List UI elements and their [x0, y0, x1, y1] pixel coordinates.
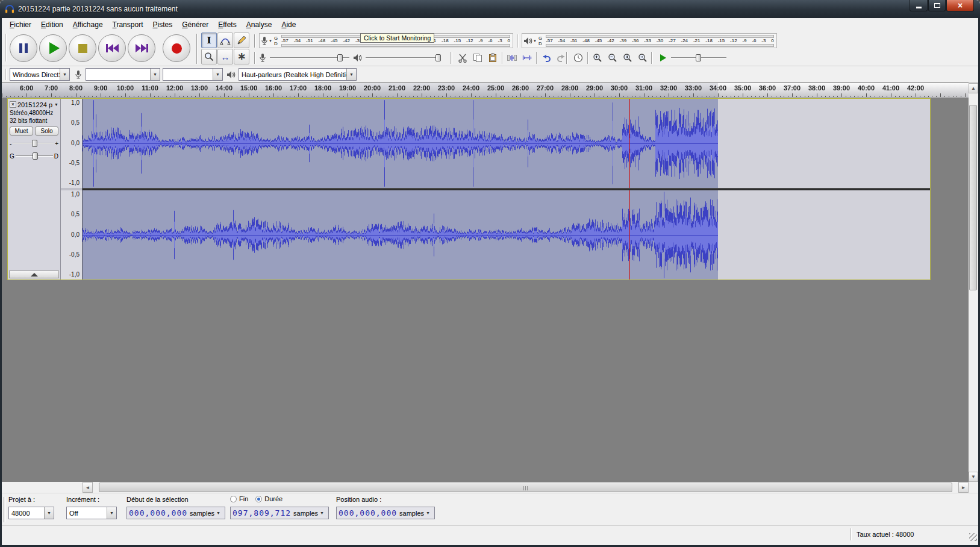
- horizontal-scroll-track[interactable]: [93, 482, 958, 493]
- selection-length-unit-arrow-icon[interactable]: ▼: [320, 511, 324, 515]
- pan-slider-thumb[interactable]: [33, 152, 38, 160]
- copy-button[interactable]: [470, 51, 485, 65]
- selection-start-field[interactable]: 000,000,000 samples ▼: [126, 507, 225, 519]
- gain-slider-thumb[interactable]: [32, 140, 37, 147]
- selection-tool-button[interactable]: I: [201, 33, 217, 48]
- audio-position-unit-arrow-icon[interactable]: ▼: [426, 511, 430, 515]
- play-at-speed-button[interactable]: [656, 51, 670, 65]
- track-menu-arrow-icon[interactable]: ▼: [54, 102, 58, 107]
- stop-button[interactable]: [69, 34, 96, 62]
- end-radio-dot[interactable]: [230, 496, 237, 502]
- menu-edition[interactable]: Edition: [36, 19, 68, 31]
- pause-button[interactable]: [10, 34, 37, 62]
- audio-position-field[interactable]: 000,000,000 samples ▼: [336, 507, 435, 519]
- menu-analyse[interactable]: Analyse: [242, 19, 277, 31]
- menu-pistes[interactable]: Pistes: [148, 19, 177, 31]
- zoom-in-button[interactable]: [590, 51, 605, 65]
- playback-meter[interactable]: ▼ GD -57-54-51-48-45-42-39-36-33-30-27-2…: [522, 33, 777, 48]
- fit-project-button[interactable]: [635, 51, 650, 65]
- zoom-toolbar-grip[interactable]: [566, 52, 568, 64]
- menu-fichier[interactable]: Fichier: [5, 19, 36, 31]
- maximize-button[interactable]: [928, 0, 946, 11]
- sync-lock-button[interactable]: [571, 51, 585, 65]
- vertical-scrollbar[interactable]: ▲ ▼: [969, 83, 978, 482]
- length-radio[interactable]: Durée: [255, 495, 282, 502]
- track-close-icon[interactable]: ×: [10, 101, 16, 108]
- transcription-toolbar-grip[interactable]: [651, 52, 653, 64]
- solo-button[interactable]: Solo: [35, 127, 58, 136]
- scroll-down-arrow-icon[interactable]: ▼: [969, 472, 978, 482]
- recording-device-combo[interactable]: ▼: [86, 68, 160, 81]
- playback-device-combo-arrow-icon[interactable]: ▼: [346, 69, 356, 80]
- timeshift-tool-button[interactable]: ↔: [217, 49, 233, 64]
- end-radio[interactable]: Fin: [230, 495, 248, 502]
- mute-button[interactable]: Muet: [10, 127, 33, 136]
- playback-meter-menu-icon[interactable]: ▼: [533, 39, 537, 43]
- horizontal-scrollbar[interactable]: ◄ ►: [83, 482, 969, 493]
- zoom-tool-button[interactable]: [201, 49, 217, 64]
- menu-generer[interactable]: Générer: [177, 19, 213, 31]
- cut-button[interactable]: [455, 51, 470, 65]
- skip-to-end-button[interactable]: [128, 34, 155, 62]
- output-volume-slider[interactable]: [366, 53, 439, 63]
- fit-selection-button[interactable]: [620, 51, 635, 65]
- menu-aide[interactable]: Aide: [276, 19, 301, 31]
- selection-length-digits[interactable]: 097,809,712: [233, 508, 291, 517]
- horizontal-scroll-thumb[interactable]: [99, 483, 952, 492]
- recording-channels-combo-arrow-icon[interactable]: ▼: [213, 69, 222, 80]
- recording-device-combo-arrow-icon[interactable]: ▼: [150, 69, 160, 80]
- selection-start-unit-arrow-icon[interactable]: ▼: [216, 511, 220, 515]
- mixer-toolbar-grip[interactable]: [254, 52, 256, 64]
- menu-transport[interactable]: Transport: [108, 19, 148, 31]
- input-volume-thumb[interactable]: [337, 54, 343, 61]
- multi-tool-button[interactable]: ∗: [234, 49, 249, 64]
- zoom-out-button[interactable]: [605, 51, 620, 65]
- envelope-tool-button[interactable]: [217, 33, 233, 48]
- output-volume-thumb[interactable]: [435, 54, 441, 61]
- silence-audio-button[interactable]: [520, 51, 534, 65]
- track-collapse-button[interactable]: [9, 270, 59, 278]
- vertical-scroll-track[interactable]: [969, 93, 978, 472]
- transport-toolbar-grip[interactable]: [5, 34, 7, 61]
- snap-combo[interactable]: Off ▼: [66, 507, 117, 519]
- vertical-scroll-thumb[interactable]: [969, 105, 977, 290]
- vertical-ruler[interactable]: 1,00,50,0-0,5-1,0 1,00,50,0-0,5-1,0: [61, 99, 83, 280]
- project-rate-combo-arrow-icon[interactable]: ▼: [44, 507, 54, 519]
- minimize-button[interactable]: [910, 0, 928, 11]
- waveform-channel-right[interactable]: [83, 190, 930, 280]
- resize-grip-icon[interactable]: [969, 533, 977, 541]
- device-toolbar-grip[interactable]: [5, 69, 7, 80]
- menu-effets[interactable]: Effets: [213, 19, 241, 31]
- playback-speed-slider[interactable]: [671, 53, 726, 63]
- gain-slider[interactable]: [13, 139, 54, 148]
- selection-start-digits[interactable]: 000,000,000: [129, 508, 187, 517]
- tools-toolbar-grip[interactable]: [196, 34, 198, 64]
- recording-meter-menu-icon[interactable]: ▼: [269, 39, 272, 43]
- playback-speed-thumb[interactable]: [696, 54, 701, 61]
- audio-position-digits[interactable]: 000,000,000: [339, 508, 397, 517]
- playback-device-combo[interactable]: Haut-parleurs (Realtek High Definitio ▼: [239, 68, 357, 81]
- skip-to-start-button[interactable]: [98, 34, 126, 62]
- undo-button[interactable]: [539, 51, 554, 65]
- waveform-channel-left[interactable]: [83, 99, 930, 188]
- selection-length-field[interactable]: 097,809,712 samples ▼: [230, 507, 329, 519]
- scroll-right-arrow-icon[interactable]: ►: [958, 482, 969, 493]
- project-rate-combo[interactable]: 48000 ▼: [8, 507, 54, 519]
- selection-toolbar-grip[interactable]: [4, 497, 5, 522]
- timeline-ruler[interactable]: [0, 83, 969, 98]
- scroll-up-arrow-icon[interactable]: ▲: [969, 83, 978, 93]
- close-button[interactable]: ×: [946, 0, 974, 11]
- input-volume-slider[interactable]: [270, 53, 349, 63]
- record-button[interactable]: [163, 34, 190, 62]
- draw-tool-button[interactable]: [234, 33, 249, 48]
- length-radio-dot[interactable]: [255, 496, 262, 502]
- edit-toolbar-grip[interactable]: [451, 52, 452, 64]
- scroll-left-arrow-icon[interactable]: ◄: [83, 482, 93, 493]
- snap-combo-arrow-icon[interactable]: ▼: [107, 507, 116, 519]
- menu-affichage[interactable]: Affichage: [68, 19, 108, 31]
- play-button[interactable]: [39, 34, 67, 62]
- paste-button[interactable]: [485, 51, 500, 65]
- audio-host-combo-arrow-icon[interactable]: ▼: [60, 69, 69, 80]
- play-meter-grip[interactable]: [517, 34, 519, 48]
- recording-channels-combo[interactable]: ▼: [163, 68, 223, 81]
